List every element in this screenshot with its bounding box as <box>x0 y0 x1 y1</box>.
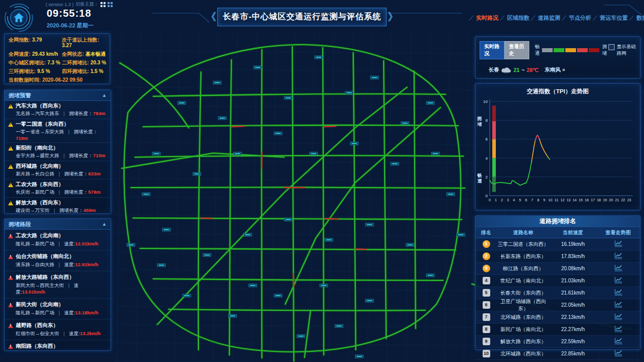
congestion-item[interactable]: 解放大路辅路（东向西） 新民大街→西民主大街｜速度:13.01km/h <box>5 271 111 299</box>
alert-icon <box>8 323 13 328</box>
rank-badge: 2 <box>483 252 490 260</box>
current-speed: 16.19km/h <box>550 241 596 247</box>
current-speed: 20.08km/h <box>550 266 596 271</box>
trend-chart-link[interactable] <box>615 301 622 308</box>
svg-text:0: 0 <box>486 194 488 198</box>
trend-chart-icon <box>615 277 622 282</box>
trend-chart-icon <box>615 252 622 258</box>
nav-item[interactable]: 实时路况 <box>471 14 498 22</box>
history-button[interactable]: 查看历史 <box>504 41 529 59</box>
ranking-row[interactable]: 3 柳江路（东向西） 20.08km/h <box>476 263 640 275</box>
date: 2020-06-22 星期一 <box>47 22 93 29</box>
legend-swatch <box>577 48 588 52</box>
warning-item[interactable]: 新阳街（南向北） 金宇大路→盛世大路｜拥堵长度：710m <box>5 143 111 161</box>
weather-cloud-icon <box>501 66 512 74</box>
realtime-button[interactable]: 实时路况 <box>480 41 504 59</box>
svg-text:堵: 堵 <box>477 122 482 127</box>
svg-text:22: 22 <box>621 198 625 202</box>
weather-bar[interactable]: 长春 21 ~ 28℃ 东南风 » <box>489 66 636 74</box>
trend-chart-link[interactable] <box>615 325 622 332</box>
rank-badge: 3 <box>483 265 490 272</box>
stat-item: 次干道以上指数: 3.27 <box>62 37 107 48</box>
svg-text:8: 8 <box>537 198 539 202</box>
rank-badge: 6 <box>483 301 490 309</box>
trend-chart-link[interactable] <box>615 350 622 356</box>
current-speed: 21.61km/h <box>550 290 596 296</box>
trend-chart-link[interactable] <box>615 265 622 271</box>
trend-chart-icon <box>615 289 622 295</box>
ranking-row[interactable]: 2 长新东路（西向东） 17.83km/h <box>476 250 640 263</box>
ranking-row[interactable]: 5 长春大街（东向西） 21.61km/h <box>476 287 640 299</box>
svg-text:21: 21 <box>615 198 619 202</box>
alert-icon <box>8 255 13 259</box>
ranking-header-row: 排名 道路名称 当前速度 查看走势图 <box>476 227 640 238</box>
data-time: 当前数据时间: 2020-06-22 09:50 <box>9 77 106 84</box>
svg-text:10: 10 <box>549 198 553 202</box>
trend-chart-link[interactable] <box>615 240 622 247</box>
svg-text:8: 8 <box>486 118 488 123</box>
road-name: 三零二国道（东向西） <box>497 241 550 248</box>
svg-text:6: 6 <box>525 198 527 202</box>
stat-item: 四环拥堵比: 1.5 % <box>62 68 107 74</box>
alert-icon <box>8 234 13 238</box>
ranking-row[interactable]: 1 三零二国道（东向西） 16.19km/h <box>476 238 640 250</box>
ranking-row[interactable]: 6 卫星广场辅路（西向东） 22.05km/h <box>476 299 640 311</box>
svg-text:4: 4 <box>486 156 488 161</box>
nav-item[interactable]: 区域指数 <box>502 14 529 22</box>
ranking-row[interactable]: 9 解放大路（西向东） 22.59km/h <box>476 336 640 348</box>
ranking-row[interactable]: 7 北环城路（东向西） 22.13km/h <box>476 311 640 323</box>
collapse-icon[interactable]: ▲ <box>102 219 107 229</box>
congestion-item[interactable]: 工农大路（北向南） 隆礼路→新民广场｜速度:12.01km/h <box>5 230 111 250</box>
trend-chart-icon <box>615 313 622 319</box>
theme-swatch-light[interactable] <box>100 2 106 7</box>
alert-icon <box>8 275 13 280</box>
ranking-title: 道路拥堵排名 <box>476 216 640 227</box>
svg-text:2: 2 <box>486 175 488 179</box>
current-speed: 17.83km/h <box>550 254 596 259</box>
warning-item[interactable]: 解放大路（西向东） 建设街→万宝街｜拥堵长度：459m <box>5 198 111 213</box>
nav-item[interactable]: 数据查询 <box>631 14 644 22</box>
svg-text:拥: 拥 <box>477 116 482 121</box>
theme-swatch-blue[interactable] <box>108 2 113 7</box>
trend-chart-icon <box>615 240 622 246</box>
warning-item[interactable]: 一零二国道（东向西） 一零一省道→东荣大路｜拥堵长度：719m <box>5 119 111 143</box>
stat-item: 中心城区拥堵比: 7.3 % <box>9 60 62 65</box>
nav-item[interactable]: 营运车位置 <box>595 14 628 22</box>
home-logo[interactable] <box>4 3 33 32</box>
trend-chart-icon <box>615 338 622 343</box>
road-name: 北环城路（东向西） <box>497 314 550 321</box>
warning-icon <box>8 183 13 187</box>
trend-chart-link[interactable] <box>615 277 622 283</box>
road-name: 新民广场（南向北） <box>497 326 550 333</box>
warning-item[interactable]: 工农大路（东向西） 长庆街→新民广场｜拥堵长度：576m <box>5 179 111 198</box>
trend-chart-link[interactable] <box>615 313 622 320</box>
collapse-icon[interactable]: ▲ <box>102 90 107 100</box>
congestion-item[interactable]: 南阳路（东向西） 和平大街→春城大街｜速度:13.24km/h <box>5 340 111 350</box>
congestion-item[interactable]: 越野路（西向东） 红领巾街→创业大街｜速度:13.2km/h <box>5 319 111 340</box>
trend-chart-link[interactable] <box>615 289 622 296</box>
warning-item[interactable]: 汽车大路（西向东） 无名路→汽车大路东｜拥堵长度：784m <box>5 101 111 119</box>
trend-chart-link[interactable] <box>615 252 622 259</box>
show-base-network-checkbox[interactable]: 显示基础路网 <box>608 44 636 57</box>
version-label: ( version 1.3 ) <box>46 2 74 7</box>
rank-badge: 8 <box>483 325 490 333</box>
congestion-item[interactable]: 仙台大街辅路（南向北） 浦东路→自由大路｜速度:12.91km/h <box>5 250 111 271</box>
ranking-row[interactable]: 4 世纪广场（南向北） 21.03km/h <box>476 275 640 287</box>
ranking-row[interactable]: 10 北环城路（西向东） 22.85km/h <box>476 348 640 360</box>
nav-item[interactable]: 道路监测 <box>533 14 560 22</box>
checkbox-box[interactable] <box>608 44 615 50</box>
warning-item[interactable]: 西环城路（北向南） 新月路→长白公路｜拥堵长度：633m <box>5 161 111 179</box>
ranking-row[interactable]: 8 新民广场（南向北） 22.27km/h <box>476 323 640 336</box>
warning-icon <box>8 122 13 127</box>
svg-text:5: 5 <box>519 198 521 202</box>
trend-chart-link[interactable] <box>615 338 622 344</box>
trend-chart-icon <box>615 301 622 307</box>
tpi-trend-panel: 交通指数（TPI）走势图 024681001234567891011121314… <box>475 83 640 210</box>
nav-item[interactable]: 节点分析 <box>564 14 591 22</box>
road-name: 卫星广场辅路（西向东） <box>497 298 550 312</box>
banner-bracket-right: 》 <box>387 10 399 24</box>
svg-text:17: 17 <box>591 198 595 202</box>
svg-text:18: 18 <box>597 198 601 202</box>
congestion-item[interactable]: 新民大街（北向南） 隆礼路→新民广场｜速度:13.18km/h <box>5 299 111 319</box>
road-name: 北环城路（西向东） <box>497 350 550 357</box>
